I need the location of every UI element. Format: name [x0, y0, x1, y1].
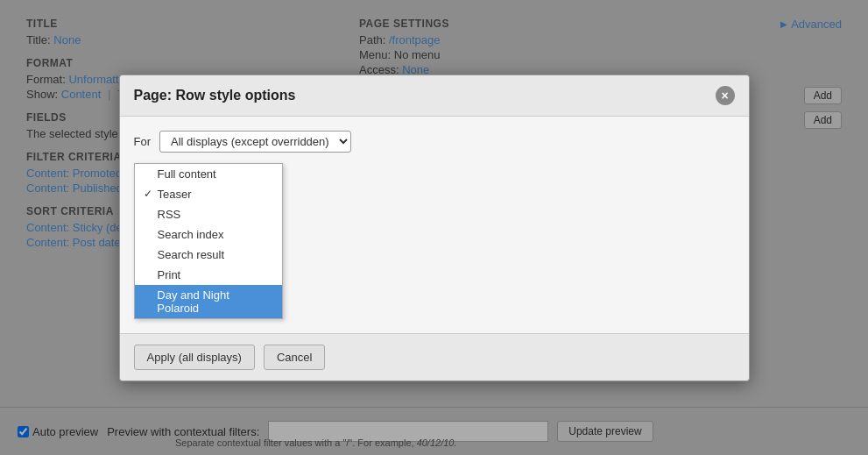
- modal-title: Page: Row style options: [134, 88, 296, 103]
- check-search-result: [144, 248, 154, 260]
- modal-close-button[interactable]: ×: [716, 86, 735, 105]
- for-row: For All displays (except overridden): [134, 131, 735, 153]
- dropdown-item-teaser[interactable]: ✓ Teaser: [135, 184, 282, 204]
- dropdown-item-search-result[interactable]: Search result: [135, 245, 282, 265]
- dropdown-list: Full content ✓ Teaser RSS Search index S…: [134, 163, 283, 319]
- label-full-content: Full content: [158, 167, 216, 181]
- check-search-index: [144, 228, 154, 240]
- check-teaser: ✓: [144, 188, 154, 200]
- modal-body: For All displays (except overridden) Ful…: [120, 117, 749, 333]
- dropdown-item-full-content[interactable]: Full content: [135, 164, 282, 184]
- label-search-result: Search result: [158, 248, 225, 261]
- label-search-index: Search index: [158, 228, 224, 241]
- modal-footer: Apply (all displays) Cancel: [120, 333, 749, 380]
- label-print: Print: [158, 268, 181, 281]
- for-select[interactable]: All displays (except overridden): [159, 131, 351, 153]
- modal-dialog: Page: Row style options × For All displa…: [119, 75, 750, 381]
- check-print: [144, 268, 154, 281]
- dropdown-item-search-index[interactable]: Search index: [135, 224, 282, 245]
- modal-header: Page: Row style options ×: [120, 75, 749, 117]
- label-rss: RSS: [158, 208, 181, 221]
- label-day-night-polaroid: Day and Night Polaroid: [157, 288, 272, 315]
- dropdown-item-rss[interactable]: RSS: [135, 204, 282, 224]
- dropdown-item-day-night-polaroid[interactable]: Day and Night Polaroid: [135, 285, 282, 318]
- check-rss: [144, 208, 154, 220]
- dropdown-item-print[interactable]: Print: [135, 265, 282, 285]
- apply-button[interactable]: Apply (all displays): [134, 345, 255, 370]
- cancel-button[interactable]: Cancel: [264, 345, 325, 370]
- label-teaser: Teaser: [158, 188, 192, 201]
- check-day-night-polaroid: [144, 295, 154, 308]
- check-full-content: [144, 167, 154, 180]
- modal-overlay: Page: Row style options × For All displa…: [0, 0, 868, 455]
- for-label: For: [134, 135, 152, 148]
